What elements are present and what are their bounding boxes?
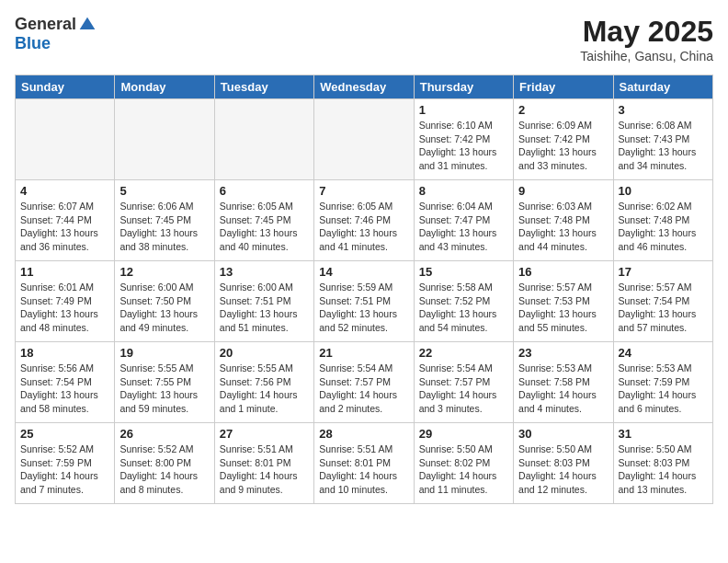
day-cell: 20Sunrise: 5:55 AMSunset: 7:56 PMDayligh… bbox=[214, 342, 313, 423]
logo-icon bbox=[78, 16, 97, 34]
day-cell: 8Sunrise: 6:04 AMSunset: 7:47 PMDaylight… bbox=[414, 180, 513, 261]
day-cell: 11Sunrise: 6:01 AMSunset: 7:49 PMDayligh… bbox=[16, 261, 115, 342]
day-info: Sunrise: 5:53 AMSunset: 7:59 PMDaylight:… bbox=[619, 362, 708, 416]
day-cell: 27Sunrise: 5:51 AMSunset: 8:01 PMDayligh… bbox=[214, 423, 313, 504]
day-info: Sunrise: 5:57 AMSunset: 7:54 PMDaylight:… bbox=[619, 281, 708, 335]
day-cell: 14Sunrise: 5:59 AMSunset: 7:51 PMDayligh… bbox=[314, 261, 414, 342]
day-info: Sunrise: 6:00 AMSunset: 7:51 PMDaylight:… bbox=[220, 281, 309, 335]
day-header-tuesday: Tuesday bbox=[214, 75, 313, 99]
logo-blue: Blue bbox=[15, 34, 51, 53]
day-info: Sunrise: 5:52 AMSunset: 8:00 PMDaylight:… bbox=[119, 442, 209, 497]
day-cell: 4Sunrise: 6:07 AMSunset: 7:44 PMDaylight… bbox=[16, 180, 115, 261]
day-cell: 1Sunrise: 6:10 AMSunset: 7:42 PMDaylight… bbox=[414, 99, 513, 180]
day-number: 28 bbox=[319, 427, 408, 441]
svg-marker-0 bbox=[80, 17, 96, 29]
day-cell bbox=[214, 99, 313, 180]
day-cell bbox=[16, 99, 115, 180]
day-number: 8 bbox=[419, 184, 508, 198]
title-block: May 2025 Taishihe, Gansu, China bbox=[580, 15, 713, 63]
day-cell: 16Sunrise: 5:57 AMSunset: 7:53 PMDayligh… bbox=[514, 261, 613, 342]
day-info: Sunrise: 6:04 AMSunset: 7:47 PMDaylight:… bbox=[419, 200, 508, 254]
day-cell: 2Sunrise: 6:09 AMSunset: 7:42 PMDaylight… bbox=[514, 99, 613, 180]
day-info: Sunrise: 5:51 AMSunset: 8:01 PMDaylight:… bbox=[220, 442, 309, 497]
day-info: Sunrise: 5:54 AMSunset: 7:57 PMDaylight:… bbox=[419, 362, 508, 416]
day-info: Sunrise: 5:50 AMSunset: 8:03 PMDaylight:… bbox=[518, 442, 608, 497]
day-number: 21 bbox=[319, 346, 408, 360]
day-header-wednesday: Wednesday bbox=[314, 75, 414, 99]
logo-general: General bbox=[15, 15, 76, 34]
day-number: 24 bbox=[619, 346, 708, 360]
day-cell bbox=[314, 99, 414, 180]
day-number: 12 bbox=[119, 265, 209, 279]
day-header-friday: Friday bbox=[514, 75, 613, 99]
day-number: 17 bbox=[619, 265, 708, 279]
day-info: Sunrise: 6:02 AMSunset: 7:48 PMDaylight:… bbox=[619, 200, 708, 254]
day-number: 6 bbox=[220, 184, 309, 198]
day-info: Sunrise: 6:06 AMSunset: 7:45 PMDaylight:… bbox=[119, 200, 209, 254]
day-info: Sunrise: 6:03 AMSunset: 7:48 PMDaylight:… bbox=[518, 200, 608, 254]
day-number: 14 bbox=[319, 265, 408, 279]
day-cell: 30Sunrise: 5:50 AMSunset: 8:03 PMDayligh… bbox=[514, 423, 613, 504]
day-number: 13 bbox=[220, 265, 309, 279]
week-row-4: 18Sunrise: 5:56 AMSunset: 7:54 PMDayligh… bbox=[16, 342, 713, 423]
day-info: Sunrise: 5:57 AMSunset: 7:53 PMDaylight:… bbox=[518, 281, 608, 335]
day-info: Sunrise: 6:10 AMSunset: 7:42 PMDaylight:… bbox=[419, 119, 508, 173]
day-info: Sunrise: 5:55 AMSunset: 7:56 PMDaylight:… bbox=[220, 362, 309, 416]
day-cell bbox=[115, 99, 214, 180]
day-header-thursday: Thursday bbox=[414, 75, 513, 99]
day-info: Sunrise: 5:51 AMSunset: 8:01 PMDaylight:… bbox=[319, 442, 408, 497]
day-info: Sunrise: 5:52 AMSunset: 7:59 PMDaylight:… bbox=[20, 442, 109, 497]
day-number: 10 bbox=[619, 184, 708, 198]
page-header: General Blue May 2025 Taishihe, Gansu, C… bbox=[15, 15, 713, 63]
day-cell: 15Sunrise: 5:58 AMSunset: 7:52 PMDayligh… bbox=[414, 261, 513, 342]
day-number: 2 bbox=[518, 103, 608, 117]
day-cell: 29Sunrise: 5:50 AMSunset: 8:02 PMDayligh… bbox=[414, 423, 513, 504]
day-cell: 24Sunrise: 5:53 AMSunset: 7:59 PMDayligh… bbox=[613, 342, 712, 423]
day-number: 5 bbox=[119, 184, 209, 198]
day-cell: 19Sunrise: 5:55 AMSunset: 7:55 PMDayligh… bbox=[115, 342, 214, 423]
day-info: Sunrise: 5:54 AMSunset: 7:57 PMDaylight:… bbox=[319, 362, 408, 416]
week-row-5: 25Sunrise: 5:52 AMSunset: 7:59 PMDayligh… bbox=[16, 423, 713, 504]
day-cell: 6Sunrise: 6:05 AMSunset: 7:45 PMDaylight… bbox=[214, 180, 313, 261]
day-info: Sunrise: 6:09 AMSunset: 7:42 PMDaylight:… bbox=[518, 119, 608, 173]
day-cell: 26Sunrise: 5:52 AMSunset: 8:00 PMDayligh… bbox=[115, 423, 214, 504]
day-number: 26 bbox=[119, 427, 209, 441]
day-number: 1 bbox=[419, 103, 508, 117]
day-cell: 5Sunrise: 6:06 AMSunset: 7:45 PMDaylight… bbox=[115, 180, 214, 261]
week-row-2: 4Sunrise: 6:07 AMSunset: 7:44 PMDaylight… bbox=[16, 180, 713, 261]
day-info: Sunrise: 6:05 AMSunset: 7:45 PMDaylight:… bbox=[220, 200, 309, 254]
day-number: 4 bbox=[20, 184, 109, 198]
day-number: 20 bbox=[220, 346, 309, 360]
day-info: Sunrise: 5:56 AMSunset: 7:54 PMDaylight:… bbox=[20, 362, 109, 416]
day-cell: 23Sunrise: 5:53 AMSunset: 7:58 PMDayligh… bbox=[514, 342, 613, 423]
month-title: May 2025 bbox=[580, 15, 713, 49]
day-info: Sunrise: 6:01 AMSunset: 7:49 PMDaylight:… bbox=[20, 281, 109, 335]
day-info: Sunrise: 6:05 AMSunset: 7:46 PMDaylight:… bbox=[319, 200, 408, 254]
subtitle: Taishihe, Gansu, China bbox=[580, 49, 713, 63]
day-cell: 21Sunrise: 5:54 AMSunset: 7:57 PMDayligh… bbox=[314, 342, 414, 423]
day-number: 11 bbox=[20, 265, 109, 279]
day-number: 27 bbox=[220, 427, 309, 441]
day-number: 25 bbox=[20, 427, 109, 441]
day-info: Sunrise: 5:59 AMSunset: 7:51 PMDaylight:… bbox=[319, 281, 408, 335]
day-cell: 10Sunrise: 6:02 AMSunset: 7:48 PMDayligh… bbox=[613, 180, 712, 261]
day-number: 31 bbox=[619, 427, 708, 441]
day-number: 19 bbox=[119, 346, 209, 360]
day-cell: 25Sunrise: 5:52 AMSunset: 7:59 PMDayligh… bbox=[16, 423, 115, 504]
day-cell: 7Sunrise: 6:05 AMSunset: 7:46 PMDaylight… bbox=[314, 180, 414, 261]
day-number: 23 bbox=[518, 346, 608, 360]
week-row-3: 11Sunrise: 6:01 AMSunset: 7:49 PMDayligh… bbox=[16, 261, 713, 342]
header-row: SundayMondayTuesdayWednesdayThursdayFrid… bbox=[16, 75, 713, 99]
day-cell: 12Sunrise: 6:00 AMSunset: 7:50 PMDayligh… bbox=[115, 261, 214, 342]
day-info: Sunrise: 6:00 AMSunset: 7:50 PMDaylight:… bbox=[119, 281, 209, 335]
day-info: Sunrise: 6:07 AMSunset: 7:44 PMDaylight:… bbox=[20, 200, 109, 254]
day-header-sunday: Sunday bbox=[16, 75, 115, 99]
day-number: 9 bbox=[518, 184, 608, 198]
day-info: Sunrise: 5:50 AMSunset: 8:02 PMDaylight:… bbox=[419, 442, 508, 497]
day-number: 18 bbox=[20, 346, 109, 360]
day-info: Sunrise: 5:53 AMSunset: 7:58 PMDaylight:… bbox=[518, 362, 608, 416]
day-header-saturday: Saturday bbox=[613, 75, 712, 99]
day-number: 22 bbox=[419, 346, 508, 360]
day-info: Sunrise: 5:58 AMSunset: 7:52 PMDaylight:… bbox=[419, 281, 508, 335]
day-number: 3 bbox=[619, 103, 708, 117]
